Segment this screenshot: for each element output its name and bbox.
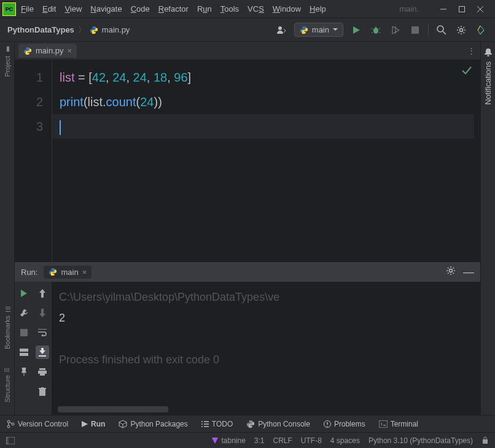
status-tool-windows-icon[interactable]	[6, 437, 15, 444]
scroll-to-end-icon[interactable]	[36, 346, 49, 359]
code-editor[interactable]: 1 2 3 list = [42, 24, 24, 18, 96] print(…	[15, 60, 480, 261]
breadcrumb-project[interactable]: PythonDataTypes	[7, 25, 74, 34]
chevron-down-icon	[333, 28, 338, 31]
run-tab[interactable]: main ×	[44, 266, 92, 279]
coverage-button[interactable]	[389, 23, 402, 37]
bottom-problems[interactable]: Problems	[324, 420, 365, 428]
breadcrumb[interactable]: PythonDataTypes 〉 main.py	[7, 25, 130, 36]
svg-point-26	[7, 425, 10, 428]
svg-line-9	[372, 32, 373, 33]
svg-line-7	[372, 28, 373, 29]
menu-vcs[interactable]: VCS	[248, 4, 264, 14]
editor-tab[interactable]: main.py ×	[18, 44, 77, 58]
print-icon[interactable]	[36, 365, 49, 379]
horizontal-scrollbar[interactable]	[58, 406, 168, 412]
svg-point-25	[7, 420, 10, 423]
python-icon	[23, 47, 32, 55]
menu-refactor[interactable]: Refactor	[158, 4, 189, 14]
status-interpreter[interactable]: Python 3.10 (PythonDataTypes)	[368, 436, 473, 445]
notifications-icon[interactable]	[484, 48, 493, 56]
tab-close-icon[interactable]: ×	[68, 46, 72, 55]
wrench-icon[interactable]	[17, 306, 31, 320]
run-config-selector[interactable]: main	[294, 23, 343, 37]
close-icon[interactable]: ×	[82, 268, 87, 277]
down-arrow-icon[interactable]	[36, 306, 49, 320]
svg-rect-18	[20, 353, 28, 356]
close-button[interactable]	[477, 6, 484, 13]
menu-navigate[interactable]: Navigate	[90, 4, 122, 14]
run-button[interactable]	[349, 23, 363, 37]
debug-button[interactable]	[369, 23, 383, 37]
bottom-version-control[interactable]: Version Control	[6, 420, 68, 428]
tool-window-structure[interactable]: Structure ⠿	[3, 368, 11, 403]
svg-rect-32	[483, 439, 488, 444]
ide-services-icon[interactable]	[474, 23, 488, 37]
svg-rect-19	[39, 368, 45, 370]
run-settings-icon[interactable]	[446, 266, 456, 279]
search-icon[interactable]	[435, 23, 448, 37]
svg-point-12	[437, 26, 443, 32]
status-encoding[interactable]: UTF-8	[301, 436, 322, 445]
svg-point-15	[450, 269, 453, 272]
menu-code[interactable]: Code	[131, 4, 150, 14]
menu-file[interactable]: File	[21, 4, 34, 14]
minimize-button[interactable]	[440, 6, 447, 13]
title-suffix: main.	[399, 4, 419, 14]
svg-rect-29	[379, 420, 388, 428]
settings-icon[interactable]	[454, 23, 468, 37]
stop-button-panel[interactable]	[17, 326, 31, 339]
layout-icon[interactable]	[17, 346, 31, 359]
bottom-terminal[interactable]: Terminal	[379, 420, 418, 428]
svg-point-4	[278, 26, 282, 30]
tab-menu-icon[interactable]: ⋮	[467, 46, 480, 55]
maximize-button[interactable]	[458, 6, 466, 13]
menu-window[interactable]: Window	[273, 4, 301, 14]
soft-wrap-icon[interactable]	[36, 326, 49, 339]
menu-edit[interactable]: Edit	[42, 4, 56, 14]
python-icon	[49, 268, 57, 276]
svg-rect-21	[40, 373, 45, 376]
status-tabnine[interactable]: tabnine	[211, 436, 245, 445]
tool-window-project[interactable]: Project ▮	[3, 45, 11, 77]
stop-button[interactable]	[408, 23, 422, 37]
svg-rect-22	[39, 389, 45, 396]
svg-rect-1	[459, 6, 465, 12]
tool-window-notifications[interactable]: Notifications	[483, 61, 493, 105]
menu-run[interactable]: Run	[197, 4, 212, 14]
menu-tools[interactable]: Tools	[220, 4, 239, 14]
menu-help[interactable]: Help	[310, 4, 326, 14]
trash-icon[interactable]	[36, 385, 49, 398]
breadcrumb-file[interactable]: main.py	[102, 25, 130, 34]
python-icon	[90, 26, 98, 34]
bottom-run[interactable]: Run	[82, 420, 105, 428]
bottom-python-packages[interactable]: Python Packages	[119, 420, 187, 428]
svg-rect-23	[39, 388, 46, 389]
pin-icon[interactable]	[17, 365, 31, 379]
svg-rect-16	[20, 329, 28, 336]
svg-rect-11	[411, 26, 419, 34]
status-line-separator[interactable]: CRLF	[273, 436, 292, 445]
text-cursor	[60, 120, 61, 135]
run-panel-label: Run:	[21, 268, 37, 277]
menu-view[interactable]: View	[64, 4, 82, 14]
user-dropdown[interactable]	[275, 23, 288, 37]
console-output[interactable]: C:\Users\yilma\Desktop\PythonDataTypes\v…	[52, 282, 480, 415]
line-gutter: 1 2 3	[15, 60, 52, 261]
up-arrow-icon[interactable]	[36, 287, 49, 300]
main-menu: File Edit View Navigate Code Refactor Ru…	[21, 4, 326, 14]
bottom-todo[interactable]: TODO	[201, 420, 233, 428]
rerun-button[interactable]	[17, 287, 31, 300]
status-lock-icon[interactable]	[481, 436, 489, 445]
svg-point-27	[12, 423, 14, 425]
svg-rect-24	[41, 387, 44, 388]
inspection-ok-icon[interactable]	[462, 66, 472, 75]
app-logo: PC	[2, 2, 16, 16]
tool-window-bookmarks[interactable]: Bookmarks ☰	[3, 305, 11, 349]
status-cursor-position[interactable]: 3:1	[254, 436, 265, 445]
hide-panel-icon[interactable]: —	[463, 266, 474, 279]
svg-rect-31	[6, 437, 9, 444]
svg-line-13	[443, 31, 446, 34]
svg-point-5	[373, 28, 378, 34]
status-indent[interactable]: 4 spaces	[330, 436, 360, 445]
bottom-python-console[interactable]: Python Console	[246, 420, 310, 428]
